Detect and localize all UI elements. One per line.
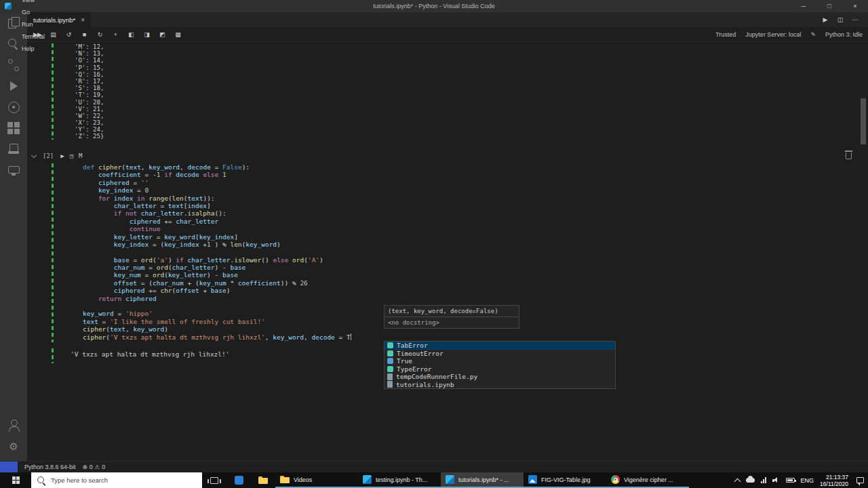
more-actions-icon[interactable]: ⋯ [849, 16, 861, 23]
kernel-status[interactable]: Python 3: Idle [825, 31, 863, 38]
cut-cell-icon[interactable]: ◧ [126, 31, 136, 38]
suggestion-item[interactable]: tutorials.ipynb [384, 381, 615, 389]
edit-kernel-icon[interactable]: ✎ [810, 31, 816, 38]
menu-terminal[interactable]: Terminal [17, 30, 52, 43]
delete-cell-icon[interactable] [846, 152, 852, 159]
volume-icon[interactable] [772, 477, 780, 483]
python-interpreter-status[interactable]: Python 3.8.6 64-bit [18, 464, 83, 470]
pinned-app-button[interactable] [226, 472, 251, 488]
code-line[interactable]: ciphered += chr(offset + base) [83, 287, 854, 294]
taskbar-window-chrome[interactable]: Vigenère cipher ... [606, 472, 689, 488]
variable-explorer-icon[interactable]: ▦ [173, 31, 182, 38]
network-icon[interactable] [761, 477, 766, 483]
code-line[interactable]: base = ord('a') if char_letter.islower()… [83, 256, 854, 264]
menu-run[interactable]: Run [17, 18, 52, 30]
jupyter-server-status[interactable]: Jupyter Server: local [745, 31, 801, 38]
close-icon[interactable]: × [842, 0, 868, 12]
task-view-icon [210, 477, 218, 484]
file-explorer-button[interactable] [251, 472, 275, 488]
taskbar-search-input[interactable]: Type here to search [31, 472, 202, 488]
suggestion-item[interactable]: TimeoutError [384, 350, 615, 358]
code-line[interactable]: return ciphered [83, 295, 854, 302]
activity-bar-notebook-icon[interactable] [0, 96, 27, 117]
undo-icon[interactable]: ↺ [64, 31, 73, 38]
pinned-app-icon [235, 476, 243, 485]
code-line[interactable]: coefficient = -1 if decode else 1 [83, 171, 854, 178]
windows-logo-icon [12, 476, 20, 484]
taskbar-window-vscode[interactable]: tutorials.ipynb* - ... [441, 472, 524, 488]
editor-scrollbar-thumb[interactable] [861, 98, 866, 144]
tab-close-icon[interactable]: × [81, 16, 85, 24]
windows-taskbar: Type here to search Videostesting.ipynb … [0, 472, 868, 488]
activity-bar-source-control-icon[interactable] [0, 54, 27, 75]
remote-indicator[interactable] [0, 462, 18, 473]
constant-symbol-icon [387, 358, 393, 364]
suggestion-item[interactable]: TypeError [384, 365, 615, 373]
output-line: 'S': 18, [75, 85, 104, 92]
code-line[interactable]: if not char_letter.isalpha(): [83, 209, 854, 217]
action-center-icon[interactable] [856, 477, 864, 483]
code-line[interactable]: key_letter = key_word[key_index] [83, 233, 854, 241]
activity-bar-extensions-icon[interactable] [0, 117, 27, 138]
onedrive-icon[interactable] [746, 478, 755, 483]
code-line[interactable]: ciphered += char_letter [83, 218, 854, 225]
activity-bar-account-icon[interactable] [0, 415, 27, 436]
code-line[interactable]: char_num = ord(char_letter) - base [83, 264, 854, 271]
language-indicator[interactable]: ENG [801, 477, 814, 484]
code-line[interactable]: for index in range(len(text)): [83, 195, 854, 202]
run-cell-icon[interactable]: ▶ [60, 152, 64, 159]
activity-bar-settings-icon[interactable]: ⚙ [0, 436, 27, 457]
taskbar-window-vscode[interactable]: testing.ipynb - Th... [358, 472, 441, 488]
menu-go[interactable]: Go [17, 6, 52, 18]
taskbar-window-photos[interactable]: FIG-VIG-Table.jpg [524, 472, 606, 488]
trusted-badge[interactable]: Trusted [715, 31, 736, 38]
suggestion-item[interactable]: True [384, 357, 615, 365]
split-editor-icon[interactable]: ◫ [834, 16, 846, 23]
copy-cell-icon[interactable]: ◨ [142, 31, 151, 38]
interrupt-kernel-icon[interactable]: ■ [79, 31, 89, 38]
signature-doc: <no docstring> [384, 317, 519, 328]
clock[interactable]: 21:13:37 16/11/2020 [820, 474, 848, 487]
output-line: 'Y': 24, [75, 126, 104, 133]
menu-help[interactable]: Help [17, 43, 52, 55]
code-line[interactable]: key_index = 0 [83, 186, 854, 194]
code-line[interactable]: key_index = (key_index +1 ) % len(key_wo… [83, 241, 854, 248]
minimize-icon[interactable]: ─ [791, 0, 816, 12]
code-line[interactable]: continue [83, 225, 854, 232]
error-icon: ⊗ [83, 464, 87, 470]
code-line[interactable]: def cipher(text, key_word, decode = Fals… [83, 163, 854, 171]
cell-collapse-chevron-icon[interactable] [31, 152, 37, 157]
warning-icon: ⚠ [95, 464, 100, 470]
add-cell-icon[interactable]: + [111, 31, 120, 38]
task-view-button[interactable] [202, 472, 226, 488]
code-line[interactable]: offset = (char_num + (key_num * coeffici… [83, 279, 854, 287]
search-placeholder: Type here to search [51, 476, 108, 484]
markdown-cell-icon[interactable]: M [79, 152, 82, 159]
window-controls: ─ □ × [791, 0, 868, 12]
signature-help-tooltip: (text, key_word, decode=False) <no docst… [384, 305, 519, 329]
problems-status[interactable]: ⊗ 0 ⚠ 0 [83, 464, 106, 470]
code-line[interactable]: cipher('V txzs apt halta dt mzthvsg rjh … [83, 333, 854, 341]
start-button[interactable] [0, 472, 31, 488]
menu-view[interactable]: View [17, 0, 52, 6]
taskbar-window-folder[interactable]: Videos [275, 472, 358, 488]
battery-icon[interactable] [786, 478, 795, 483]
code-line[interactable]: key_num = ord(key_letter) - base [83, 271, 854, 279]
file-symbol-icon [387, 373, 393, 380]
taskbar-window-label: testing.ipynb - Th... [376, 476, 427, 483]
code-line[interactable]: char_letter = text[index] [83, 202, 854, 209]
notebook-editor: 'M': 12,'N': 13,'O': 14,'P': 15,'Q': 16,… [27, 42, 868, 461]
export-output-icon[interactable]: ◳ [70, 152, 73, 159]
suggestion-item[interactable]: TabError [384, 342, 615, 350]
restart-kernel-icon[interactable]: ↻ [95, 31, 104, 38]
activity-bar-test-icon[interactable] [0, 138, 27, 159]
code-line[interactable] [83, 248, 854, 256]
tray-expand-chevron-icon[interactable] [734, 478, 741, 485]
code-line[interactable]: ciphered = '' [83, 179, 854, 186]
suggestion-item[interactable]: tempCodeRunnerFile.py [384, 373, 615, 381]
maximize-icon[interactable]: □ [816, 0, 842, 12]
paste-cell-icon[interactable]: ◩ [157, 31, 167, 38]
run-below-icon[interactable]: ▶ [819, 16, 831, 23]
activity-bar-remote-icon[interactable] [0, 159, 27, 180]
activity-bar-run-debug-icon[interactable] [0, 75, 27, 96]
